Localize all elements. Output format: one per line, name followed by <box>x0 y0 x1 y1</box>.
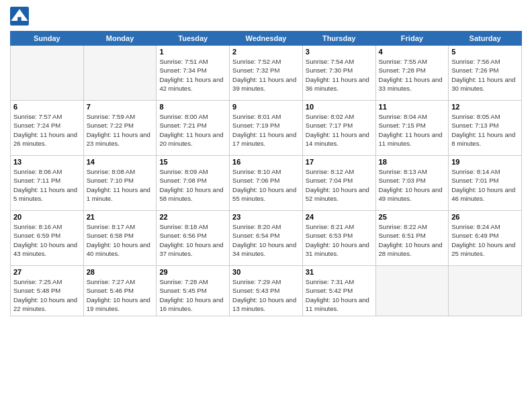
day-info: Sunrise: 7:25 AMSunset: 5:48 PMDaylight:… <box>13 277 81 313</box>
logo-icon <box>10 7 29 26</box>
day-number: 21 <box>87 213 154 221</box>
day-number: 17 <box>306 158 373 166</box>
day-number: 15 <box>159 158 226 166</box>
calendar-cell <box>83 46 157 101</box>
calendar-header-row: SundayMondayTuesdayWednesdayThursdayFrid… <box>11 32 522 46</box>
day-info: Sunrise: 7:51 AMSunset: 7:34 PMDaylight:… <box>159 57 226 93</box>
calendar-cell: 23Sunrise: 8:20 AMSunset: 6:54 PMDayligh… <box>230 211 303 266</box>
day-number: 14 <box>87 158 154 166</box>
day-info: Sunrise: 8:10 AMSunset: 7:06 PMDaylight:… <box>232 167 300 203</box>
calendar-cell: 13Sunrise: 8:06 AMSunset: 7:11 PMDayligh… <box>11 156 84 211</box>
day-number: 3 <box>306 48 373 56</box>
day-number: 19 <box>451 158 519 166</box>
day-number: 26 <box>451 213 519 221</box>
day-info: Sunrise: 7:55 AMSunset: 7:28 PMDaylight:… <box>379 57 446 93</box>
day-number: 18 <box>379 158 446 166</box>
logo <box>10 7 32 26</box>
day-info: Sunrise: 7:27 AMSunset: 5:46 PMDaylight:… <box>87 277 154 313</box>
calendar-cell: 11Sunrise: 8:04 AMSunset: 7:15 PMDayligh… <box>375 101 449 156</box>
calendar-cell: 18Sunrise: 8:13 AMSunset: 7:03 PMDayligh… <box>375 156 449 211</box>
day-info: Sunrise: 8:02 AMSunset: 7:17 PMDaylight:… <box>306 112 373 148</box>
day-number: 22 <box>159 213 226 221</box>
calendar-cell: 24Sunrise: 8:21 AMSunset: 6:53 PMDayligh… <box>302 211 375 266</box>
calendar-cell: 25Sunrise: 8:22 AMSunset: 6:51 PMDayligh… <box>375 211 449 266</box>
day-header-friday: Friday <box>375 32 449 46</box>
calendar-cell: 2Sunrise: 7:52 AMSunset: 7:32 PMDaylight… <box>230 46 303 101</box>
day-number: 23 <box>232 213 300 221</box>
calendar-cell <box>375 266 449 316</box>
calendar-cell: 21Sunrise: 8:17 AMSunset: 6:58 PMDayligh… <box>83 211 157 266</box>
calendar-cell: 3Sunrise: 7:54 AMSunset: 7:30 PMDaylight… <box>302 46 375 101</box>
calendar-cell: 20Sunrise: 8:16 AMSunset: 6:59 PMDayligh… <box>11 211 84 266</box>
calendar-cell: 27Sunrise: 7:25 AMSunset: 5:48 PMDayligh… <box>11 266 84 316</box>
page-header <box>10 7 522 26</box>
calendar-cell: 31Sunrise: 7:31 AMSunset: 5:42 PMDayligh… <box>302 266 375 316</box>
day-number: 5 <box>451 48 519 56</box>
day-number: 20 <box>13 213 81 221</box>
day-info: Sunrise: 8:18 AMSunset: 6:56 PMDaylight:… <box>159 222 226 258</box>
day-header-monday: Monday <box>83 32 157 46</box>
calendar-cell: 4Sunrise: 7:55 AMSunset: 7:28 PMDaylight… <box>375 46 449 101</box>
calendar-cell: 6Sunrise: 7:57 AMSunset: 7:24 PMDaylight… <box>11 101 84 156</box>
day-info: Sunrise: 7:56 AMSunset: 7:26 PMDaylight:… <box>451 57 519 93</box>
day-info: Sunrise: 8:14 AMSunset: 7:01 PMDaylight:… <box>451 167 519 203</box>
calendar-cell: 8Sunrise: 8:00 AMSunset: 7:21 PMDaylight… <box>157 101 230 156</box>
calendar-cell: 30Sunrise: 7:29 AMSunset: 5:43 PMDayligh… <box>230 266 303 316</box>
day-number: 7 <box>87 103 154 111</box>
calendar-cell: 16Sunrise: 8:10 AMSunset: 7:06 PMDayligh… <box>230 156 303 211</box>
day-info: Sunrise: 8:13 AMSunset: 7:03 PMDaylight:… <box>379 167 446 203</box>
calendar-cell <box>449 266 522 316</box>
calendar-cell: 28Sunrise: 7:27 AMSunset: 5:46 PMDayligh… <box>83 266 157 316</box>
day-info: Sunrise: 7:54 AMSunset: 7:30 PMDaylight:… <box>306 57 373 93</box>
day-number: 16 <box>232 158 300 166</box>
day-number: 12 <box>451 103 519 111</box>
day-info: Sunrise: 8:21 AMSunset: 6:53 PMDaylight:… <box>306 222 373 258</box>
week-row-5: 27Sunrise: 7:25 AMSunset: 5:48 PMDayligh… <box>11 266 522 316</box>
day-info: Sunrise: 8:24 AMSunset: 6:49 PMDaylight:… <box>451 222 519 258</box>
day-number: 25 <box>379 213 446 221</box>
week-row-2: 6Sunrise: 7:57 AMSunset: 7:24 PMDaylight… <box>11 101 522 156</box>
day-number: 31 <box>306 268 373 276</box>
day-header-thursday: Thursday <box>302 32 375 46</box>
day-number: 9 <box>232 103 300 111</box>
day-number: 13 <box>13 158 81 166</box>
day-info: Sunrise: 8:00 AMSunset: 7:21 PMDaylight:… <box>159 112 226 148</box>
calendar-cell: 10Sunrise: 8:02 AMSunset: 7:17 PMDayligh… <box>302 101 375 156</box>
day-number: 10 <box>306 103 373 111</box>
week-row-1: 1Sunrise: 7:51 AMSunset: 7:34 PMDaylight… <box>11 46 522 101</box>
day-info: Sunrise: 7:52 AMSunset: 7:32 PMDaylight:… <box>232 57 300 93</box>
day-info: Sunrise: 8:12 AMSunset: 7:04 PMDaylight:… <box>306 167 373 203</box>
day-info: Sunrise: 8:16 AMSunset: 6:59 PMDaylight:… <box>13 222 81 258</box>
day-info: Sunrise: 7:29 AMSunset: 5:43 PMDaylight:… <box>232 277 300 313</box>
calendar-cell: 29Sunrise: 7:28 AMSunset: 5:45 PMDayligh… <box>157 266 230 316</box>
day-info: Sunrise: 8:05 AMSunset: 7:13 PMDaylight:… <box>451 112 519 148</box>
day-number: 8 <box>159 103 226 111</box>
svg-rect-2 <box>17 17 21 21</box>
calendar-table: SundayMondayTuesdayWednesdayThursdayFrid… <box>10 31 522 316</box>
day-number: 11 <box>379 103 446 111</box>
calendar-body: 1Sunrise: 7:51 AMSunset: 7:34 PMDaylight… <box>11 46 522 316</box>
day-info: Sunrise: 7:59 AMSunset: 7:22 PMDaylight:… <box>87 112 154 148</box>
day-info: Sunrise: 8:01 AMSunset: 7:19 PMDaylight:… <box>232 112 300 148</box>
day-header-sunday: Sunday <box>11 32 84 46</box>
day-info: Sunrise: 8:08 AMSunset: 7:10 PMDaylight:… <box>87 167 154 203</box>
calendar-cell: 17Sunrise: 8:12 AMSunset: 7:04 PMDayligh… <box>302 156 375 211</box>
page-container: SundayMondayTuesdayWednesdayThursdayFrid… <box>0 0 532 323</box>
day-number: 27 <box>13 268 81 276</box>
day-number: 30 <box>232 268 300 276</box>
calendar-cell: 7Sunrise: 7:59 AMSunset: 7:22 PMDaylight… <box>83 101 157 156</box>
calendar-cell: 1Sunrise: 7:51 AMSunset: 7:34 PMDaylight… <box>157 46 230 101</box>
calendar-cell: 5Sunrise: 7:56 AMSunset: 7:26 PMDaylight… <box>449 46 522 101</box>
day-number: 4 <box>379 48 446 56</box>
week-row-4: 20Sunrise: 8:16 AMSunset: 6:59 PMDayligh… <box>11 211 522 266</box>
day-number: 1 <box>159 48 226 56</box>
day-info: Sunrise: 8:09 AMSunset: 7:08 PMDaylight:… <box>159 167 226 203</box>
day-info: Sunrise: 8:06 AMSunset: 7:11 PMDaylight:… <box>13 167 81 203</box>
day-info: Sunrise: 8:04 AMSunset: 7:15 PMDaylight:… <box>379 112 446 148</box>
day-header-saturday: Saturday <box>449 32 522 46</box>
day-info: Sunrise: 8:22 AMSunset: 6:51 PMDaylight:… <box>379 222 446 258</box>
week-row-3: 13Sunrise: 8:06 AMSunset: 7:11 PMDayligh… <box>11 156 522 211</box>
day-number: 2 <box>232 48 300 56</box>
calendar-cell: 26Sunrise: 8:24 AMSunset: 6:49 PMDayligh… <box>449 211 522 266</box>
calendar-cell: 19Sunrise: 8:14 AMSunset: 7:01 PMDayligh… <box>449 156 522 211</box>
